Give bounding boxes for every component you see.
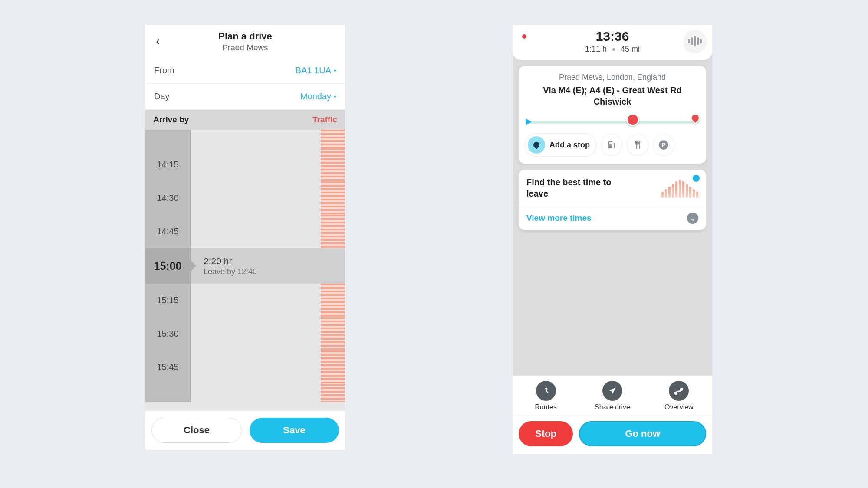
from-label: From [154,66,174,75]
caret-down-icon: ▾ [334,68,336,74]
back-button[interactable]: ‹ [156,34,160,48]
eta-duration: 1:11 h [585,45,607,53]
stop-actions: Add a stop P [519,126,706,164]
svg-point-3 [681,388,683,390]
day-label: Day [154,92,170,102]
caret-down-icon: ▾ [334,94,336,100]
traffic-indicator [321,317,345,350]
best-time-row[interactable]: Find the best time to leave [519,170,706,206]
trip-duration: 2:20 hr [204,256,257,266]
best-time-label: Find the best time to leave [526,177,613,199]
overview-button[interactable]: Overview [646,381,712,411]
separator-icon [612,48,615,51]
plan-drive-footer: Close Save [145,411,345,450]
progress-bar [526,121,698,124]
day-selector[interactable]: Day Monday ▾ [145,84,345,110]
sound-icon [688,36,702,46]
view-more-label: View more times [526,213,592,223]
share-drive-button[interactable]: Share drive [579,381,645,411]
go-footer: Stop Go now [513,416,712,454]
quick-actions: Routes Share drive Overview [513,376,712,416]
add-stop-button[interactable]: Add a stop [525,133,596,157]
time-option[interactable]: 15:30 [145,317,345,350]
parking-button[interactable]: P [653,134,674,156]
start-marker-icon [526,118,532,125]
from-selector[interactable]: From BA1 1UA ▾ [145,58,345,84]
plan-drive-header: ‹ Plan a drive Praed Mews [145,25,345,58]
view-more-times-button[interactable]: View more times ⌄ [519,206,706,230]
clock-icon [691,174,701,183]
food-button[interactable] [627,134,648,156]
navigation-screen: 13:36 1:11 h 45 mi Praed Mews, London, E… [513,25,712,454]
traffic-indicator [321,215,345,248]
time-option-selected[interactable]: 15:00 2:20 hr Leave by 12:40 [145,248,345,284]
share-label: Share drive [595,403,630,411]
selected-time-info: 2:20 hr Leave by 12:40 [191,256,257,276]
traffic-indicator [321,181,345,215]
svg-text:P: P [661,141,665,148]
arrive-by-label: Arrive by [153,115,189,124]
routes-label: Routes [535,403,557,411]
leave-by-time: Leave by 12:40 [204,267,257,276]
traffic-indicator [321,284,345,317]
fuel-button[interactable] [601,134,622,156]
best-time-card: Find the best time to leave View more ti… [519,170,706,230]
svg-point-2 [675,392,677,394]
screen-subtitle: Praed Mews [154,43,336,52]
food-icon [632,140,643,150]
fuel-icon [606,140,617,150]
overview-label: Overview [664,403,694,411]
close-button[interactable]: Close [151,418,242,443]
save-button[interactable]: Save [250,418,339,443]
from-value: BA1 1UA ▾ [296,66,336,75]
bottom-bar: Routes Share drive Overview Stop Go now [513,376,712,454]
routes-button[interactable]: Routes [513,381,579,411]
time-option[interactable]: 14:15 [145,148,345,181]
recording-indicator-icon [522,34,526,39]
time-option[interactable]: 14:45 [145,215,345,248]
time-picker[interactable]: 14:15 14:30 14:45 15:00 2:20 hr Leave by… [145,130,345,411]
route-summary: Praed Mews, London, England Via M4 (E); … [519,66,706,113]
traffic-indicator [321,148,345,181]
routes-icon [536,381,556,401]
add-stop-label: Add a stop [549,141,590,150]
traffic-histogram-icon [661,178,698,198]
stop-button[interactable]: Stop [519,421,573,446]
time-option[interactable]: 15:15 [145,284,345,317]
add-stop-icon [528,136,545,154]
route-card: Praed Mews, London, England Via M4 (E); … [519,66,706,164]
time-option[interactable]: 14:30 [145,181,345,215]
destination-pin-icon [688,111,702,124]
traffic-indicator [321,350,345,384]
hazard-marker-icon [626,113,639,126]
chevron-down-icon: ⌄ [687,213,698,224]
plan-drive-screen: ‹ Plan a drive Praed Mews From BA1 1UA ▾… [145,25,345,450]
status-bar: 13:36 1:11 h 45 mi [513,25,712,60]
send-icon [602,381,622,401]
time-option[interactable]: 15:45 [145,350,345,384]
traffic-label: Traffic [312,115,337,124]
eta-summary: 1:11 h 45 mi [585,45,640,54]
sound-button[interactable] [684,30,706,52]
screen-title: Plan a drive [154,31,336,42]
route-progress [519,113,706,126]
day-value: Monday ▾ [300,92,336,102]
current-time: 13:36 [596,29,629,44]
time-list-header: Arrive by Traffic [145,110,345,130]
route-via: Via M4 (E); A4 (E) - Great West Rd Chisw… [526,85,698,107]
eta-distance: 45 mi [621,45,640,53]
parking-icon: P [658,139,669,151]
overview-icon [669,381,689,401]
go-now-button[interactable]: Go now [579,421,706,446]
destination-location: Praed Mews, London, England [526,73,698,82]
